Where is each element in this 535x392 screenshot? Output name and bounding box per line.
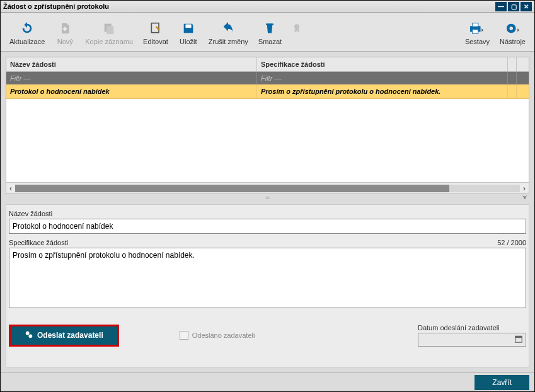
save-button[interactable]: Uložit xyxy=(173,18,204,47)
row-extra xyxy=(508,84,517,98)
badge-button[interactable] xyxy=(287,18,307,47)
tools-label: Nástroje xyxy=(500,38,526,45)
footer: Zavřít xyxy=(1,372,534,391)
detail-form: Název žádosti Specifikace žádosti 52 / 2… xyxy=(6,204,529,367)
grid-header: Název žádosti Specifikace žádosti xyxy=(6,57,529,72)
content: Název žádosti Specifikace žádosti Filtr … xyxy=(1,52,534,372)
svg-rect-8 xyxy=(473,29,478,33)
grid-header-spec[interactable]: Specifikace žádosti xyxy=(257,57,508,71)
close-button[interactable]: Zavřít xyxy=(475,375,529,390)
grid-header-extra[interactable] xyxy=(508,57,517,71)
delete-button[interactable]: Smazat xyxy=(253,18,287,47)
edit-icon xyxy=(149,20,162,37)
reports-button[interactable]: Sestavy xyxy=(460,18,495,47)
name-input[interactable] xyxy=(9,219,526,234)
close-window-button[interactable]: ✕ xyxy=(521,2,532,11)
edit-button[interactable]: Editovat xyxy=(138,18,173,47)
save-icon xyxy=(181,20,195,37)
grid-header-name[interactable]: Název žádosti xyxy=(6,57,257,71)
sent-checkbox-label: Odesláno zadavateli xyxy=(192,331,255,339)
undo-button[interactable]: Zrušit změny xyxy=(204,18,253,47)
send-button[interactable]: Odeslat zadavateli xyxy=(9,325,119,347)
grid-hscroll[interactable]: ‹ › xyxy=(6,182,529,193)
minimize-button[interactable]: — xyxy=(495,2,507,11)
refresh-icon xyxy=(20,20,34,37)
grid: Název žádosti Specifikace žádosti Filtr … xyxy=(6,57,529,194)
svg-point-11 xyxy=(26,331,30,335)
scroll-thumb[interactable] xyxy=(15,185,449,192)
name-label: Název žádosti xyxy=(9,210,526,217)
spec-label: Specifikace žádosti xyxy=(9,239,68,246)
delete-icon xyxy=(264,20,275,37)
copy-button[interactable]: Kopie záznamu xyxy=(80,18,138,47)
char-counter: 52 / 2000 xyxy=(497,239,526,246)
send-button-label: Odeslat zadavateli xyxy=(37,331,103,340)
scroll-left-icon[interactable]: ‹ xyxy=(6,184,15,193)
titlebar: Žádost o zpřístupnění protokolu — ▢ ✕ xyxy=(1,1,534,13)
toolbar: Aktualizace Nový Kopie záznamu Editovat … xyxy=(1,13,534,52)
date-column: Datum odeslání zadavateli xyxy=(418,324,526,347)
svg-point-10 xyxy=(509,26,513,30)
spec-textarea[interactable] xyxy=(9,248,526,308)
svg-rect-3 xyxy=(185,24,191,28)
scroll-right-icon[interactable]: › xyxy=(520,184,529,193)
window-title: Žádost o zpřístupnění protokolu xyxy=(3,3,494,10)
row-spec: Prosím o zpřístupnění protokolu o hodnoc… xyxy=(257,84,508,98)
svg-rect-1 xyxy=(107,26,114,34)
grid-filter-spec[interactable]: Filtr — xyxy=(257,72,508,84)
refresh-button[interactable]: Aktualizace xyxy=(4,18,50,47)
svg-rect-14 xyxy=(515,336,522,338)
date-label: Datum odeslání zadavateli xyxy=(418,324,526,331)
undo-icon xyxy=(221,20,235,37)
grid-filter-name[interactable]: Filtr — xyxy=(6,72,257,84)
sent-checkbox-wrap: Odesláno zadavateli xyxy=(180,331,255,340)
window: Žádost o zpřístupnění protokolu — ▢ ✕ Ak… xyxy=(0,0,535,392)
reports-label: Sestavy xyxy=(465,38,490,45)
grid-filter-row: Filtr — Filtr — xyxy=(6,72,529,84)
maximize-button[interactable]: ▢ xyxy=(508,2,519,11)
tools-button[interactable]: Nástroje xyxy=(495,18,531,47)
badge-icon xyxy=(292,20,302,37)
date-field[interactable] xyxy=(418,333,526,347)
undo-label: Zrušit změny xyxy=(209,38,248,45)
svg-point-12 xyxy=(28,334,32,338)
gears-icon xyxy=(25,330,33,341)
resize-handle[interactable]: ═⮟ xyxy=(6,194,529,200)
sent-checkbox[interactable] xyxy=(180,331,188,340)
row-name: Protokol o hodnocení nabídek xyxy=(6,84,257,98)
edit-label: Editovat xyxy=(143,38,168,45)
copy-icon xyxy=(102,20,116,37)
delete-label: Smazat xyxy=(258,38,282,45)
gear-icon xyxy=(505,20,521,37)
spec-row: Specifikace žádosti 52 / 2000 xyxy=(9,239,526,310)
grid-filter-extra[interactable] xyxy=(508,72,517,84)
svg-rect-4 xyxy=(266,23,273,25)
name-row: Název žádosti xyxy=(9,210,526,234)
form-bottom-row: Odeslat zadavateli Odesláno zadavateli D… xyxy=(9,324,526,350)
save-label: Uložit xyxy=(180,38,197,45)
refresh-label: Aktualizace xyxy=(9,38,45,45)
new-icon xyxy=(59,20,71,37)
scroll-track[interactable] xyxy=(15,185,520,192)
table-row[interactable]: Protokol o hodnocení nabídek Prosím o zp… xyxy=(6,84,529,99)
new-label: Nový xyxy=(57,38,73,45)
new-button[interactable]: Nový xyxy=(50,18,80,47)
svg-rect-7 xyxy=(473,23,478,26)
calendar-icon[interactable] xyxy=(514,335,523,345)
grid-body: Protokol o hodnocení nabídek Prosím o zp… xyxy=(6,84,529,182)
printer-icon xyxy=(469,20,485,37)
copy-label: Kopie záznamu xyxy=(85,38,133,45)
